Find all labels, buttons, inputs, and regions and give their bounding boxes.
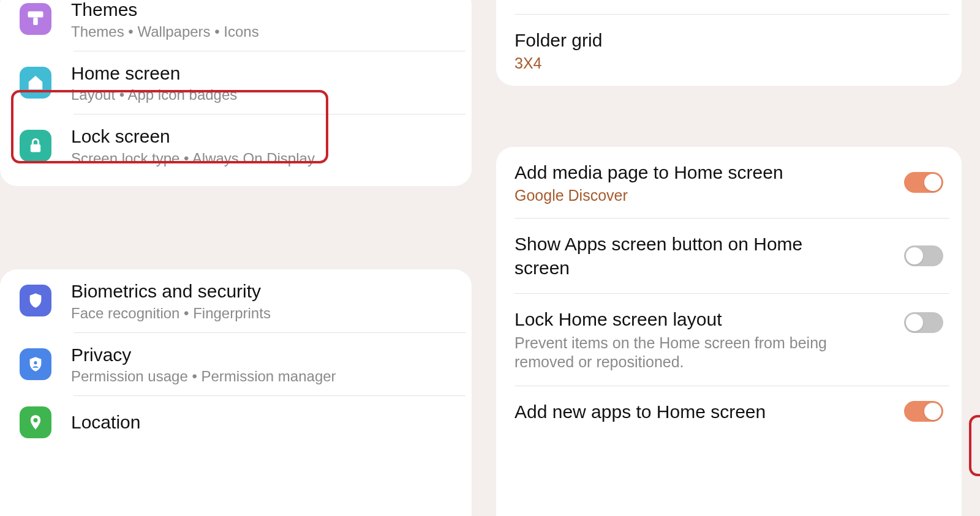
media-page-toggle[interactable]	[904, 172, 943, 193]
lock-icon	[20, 130, 51, 162]
home-title: Home screen	[71, 62, 457, 85]
settings-item-home-screen[interactable]: Home screen Layout • App icon badges	[0, 51, 472, 114]
lock-layout-item[interactable]: Lock Home screen layout Prevent items on…	[496, 294, 962, 386]
svg-rect-1	[33, 18, 38, 26]
settings-item-themes[interactable]: Themes Themes • Wallpapers • Icons	[0, 0, 472, 51]
privacy-title: Privacy	[71, 343, 457, 367]
lock-title: Lock screen	[71, 125, 457, 148]
lock-layout-desc: Prevent items on the Home screen from be…	[514, 334, 845, 372]
bio-title: Biometrics and security	[71, 280, 457, 303]
location-pin-icon	[20, 406, 51, 438]
lock-layout-toggle[interactable]	[904, 312, 943, 333]
apps-button-toggle[interactable]	[904, 245, 943, 266]
privacy-subtitle: Permission usage • Permission manager	[71, 368, 457, 385]
svg-rect-0	[28, 12, 43, 18]
bio-subtitle: Face recognition • Fingerprints	[71, 305, 457, 322]
home-subtitle: Layout • App icon badges	[71, 86, 457, 103]
add-new-toggle[interactable]	[904, 401, 943, 422]
add-media-page-item[interactable]: Add media page to Home screen Google Dis…	[496, 147, 962, 218]
apps-button-title: Show Apps screen button on Home screen	[514, 232, 845, 280]
lock-layout-title: Lock Home screen layout	[514, 307, 845, 331]
themes-icon	[20, 3, 51, 35]
add-new-apps-item[interactable]: Add new apps to Home screen	[496, 386, 962, 437]
settings-item-lock-screen[interactable]: Lock screen Screen lock type • Always On…	[0, 114, 472, 178]
lock-subtitle: Screen lock type • Always On Display	[71, 150, 457, 167]
svg-point-3	[34, 361, 37, 364]
shield-icon	[20, 285, 51, 316]
themes-subtitle: Themes • Wallpapers • Icons	[71, 23, 457, 40]
highlight-add-new-apps	[969, 415, 980, 476]
settings-item-biometrics[interactable]: Biometrics and security Face recognition…	[0, 269, 472, 332]
privacy-icon	[20, 348, 51, 380]
location-title: Location	[71, 411, 457, 434]
folder-grid-title: Folder grid	[514, 28, 943, 52]
themes-title: Themes	[71, 0, 457, 21]
svg-point-4	[34, 418, 38, 422]
apps-grid-item[interactable]: 4X5	[496, 0, 962, 14]
apps-grid-value: 4X5	[514, 0, 943, 1]
folder-grid-value: 3X4	[514, 54, 943, 72]
folder-grid-item[interactable]: Folder grid 3X4	[496, 15, 962, 86]
media-page-sub: Google Discover	[514, 187, 845, 204]
media-page-title: Add media page to Home screen	[514, 160, 845, 184]
settings-item-privacy[interactable]: Privacy Permission usage • Permission ma…	[0, 333, 472, 396]
home-icon	[20, 67, 51, 99]
svg-rect-2	[31, 144, 40, 152]
settings-item-location[interactable]: Location	[0, 396, 472, 449]
add-new-title: Add new apps to Home screen	[514, 400, 845, 424]
show-apps-button-item[interactable]: Show Apps screen button on Home screen	[496, 219, 962, 293]
